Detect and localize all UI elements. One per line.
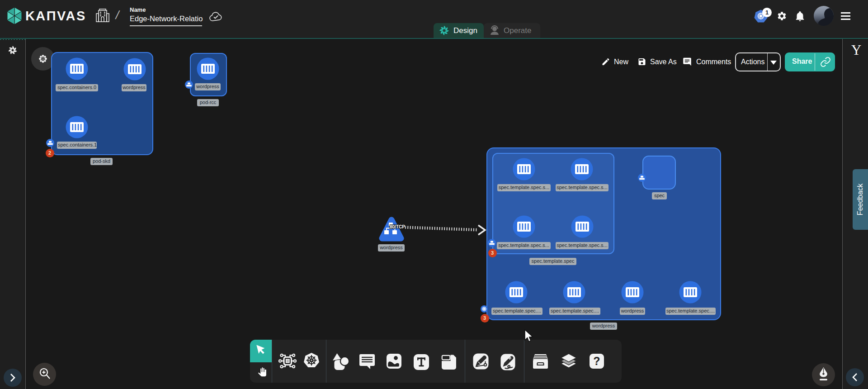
- svg-text:?: ?: [593, 355, 600, 367]
